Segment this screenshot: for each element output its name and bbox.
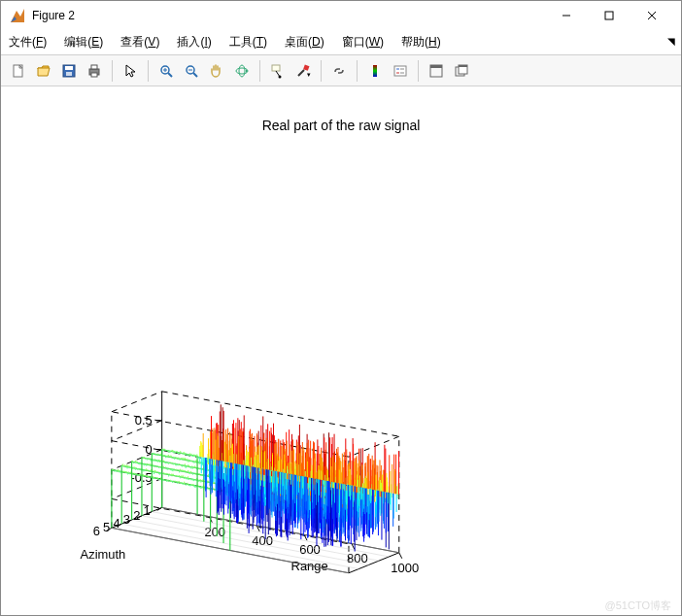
colorbar-button[interactable]: [363, 59, 387, 83]
svg-rect-23: [272, 65, 280, 71]
watermark-text: @51CTO博客: [605, 599, 671, 613]
toolbar-separator: [112, 60, 113, 82]
menu-desktop[interactable]: 桌面(D): [285, 34, 324, 51]
matlab-icon: [9, 7, 26, 24]
toolbar-separator: [148, 60, 149, 82]
svg-text:400: 400: [252, 533, 273, 548]
print-button[interactable]: [83, 59, 106, 83]
svg-line-44: [349, 436, 399, 457]
data-cursor-button[interactable]: [266, 59, 290, 83]
svg-line-43: [162, 392, 399, 436]
svg-line-14: [168, 73, 172, 77]
undock-button[interactable]: [450, 59, 473, 83]
figure-window: Figure 2 文件(F) 编辑(E) 查看(V) 插入(I) 工具(T) 桌…: [0, 0, 682, 616]
menu-edit[interactable]: 编辑(E): [64, 34, 103, 51]
svg-text:800: 800: [347, 551, 368, 565]
toolbar-separator: [321, 60, 322, 82]
menubar: 文件(F) 编辑(E) 查看(V) 插入(I) 工具(T) 桌面(D) 窗口(W…: [1, 30, 681, 55]
toolbar-separator: [357, 60, 358, 82]
svg-text:Range: Range: [291, 559, 328, 573]
minimize-button[interactable]: [545, 1, 588, 30]
svg-text:600: 600: [299, 542, 321, 557]
window-title: Figure 2: [32, 9, 75, 22]
menu-insert[interactable]: 插入(I): [177, 34, 211, 51]
axes-3d[interactable]: Real part of the raw signal -0.500.52004…: [1, 86, 681, 615]
svg-line-18: [193, 73, 197, 77]
svg-rect-12: [91, 73, 97, 77]
menu-window[interactable]: 窗口(W): [342, 34, 384, 51]
menu-help[interactable]: 帮助(H): [401, 34, 441, 51]
pointer-button[interactable]: [119, 59, 142, 83]
titlebar: Figure 2: [1, 1, 681, 30]
menu-file[interactable]: 文件(F): [9, 34, 47, 51]
svg-line-72: [399, 553, 402, 559]
svg-text:5: 5: [103, 520, 110, 534]
rotate3d-button[interactable]: [230, 59, 254, 83]
toolbar-separator: [259, 60, 260, 82]
dock-button[interactable]: [425, 59, 448, 83]
svg-rect-11: [91, 65, 97, 69]
menu-view[interactable]: 查看(V): [120, 34, 159, 51]
save-button[interactable]: [57, 59, 81, 83]
toolbar: ▾: [1, 55, 681, 86]
svg-point-21: [239, 65, 245, 77]
new-figure-button[interactable]: [7, 59, 30, 83]
svg-text:Azimuth: Azimuth: [81, 547, 126, 562]
svg-line-27: [298, 70, 304, 76]
chart-canvas: -0.500.52004006008001000123456RangeAzimu…: [1, 86, 681, 615]
svg-text:▾: ▾: [307, 71, 311, 78]
svg-text:6: 6: [93, 524, 100, 538]
svg-rect-29: [373, 65, 377, 77]
svg-line-46: [112, 392, 162, 412]
link-button[interactable]: [327, 59, 351, 83]
svg-rect-30: [394, 66, 406, 76]
svg-rect-26: [303, 64, 309, 70]
menu-overflow-icon[interactable]: ◥: [667, 36, 675, 47]
zoom-in-button[interactable]: [154, 59, 178, 83]
maximize-button[interactable]: [588, 1, 631, 30]
toolbar-separator: [418, 60, 419, 82]
zoom-out-button[interactable]: [180, 59, 203, 83]
svg-point-25: [279, 75, 282, 78]
svg-text:1000: 1000: [391, 561, 419, 575]
open-button[interactable]: [32, 59, 55, 83]
brush-button[interactable]: ▾: [291, 59, 315, 83]
pan-button[interactable]: [205, 59, 228, 83]
svg-rect-36: [430, 65, 442, 68]
svg-rect-3: [605, 12, 613, 19]
legend-button[interactable]: [389, 59, 412, 83]
menu-tools[interactable]: 工具(T): [229, 34, 267, 51]
svg-rect-39: [459, 65, 467, 67]
svg-text:200: 200: [204, 525, 225, 539]
close-button[interactable]: [631, 1, 673, 30]
svg-rect-8: [65, 66, 73, 70]
svg-rect-9: [66, 72, 72, 76]
